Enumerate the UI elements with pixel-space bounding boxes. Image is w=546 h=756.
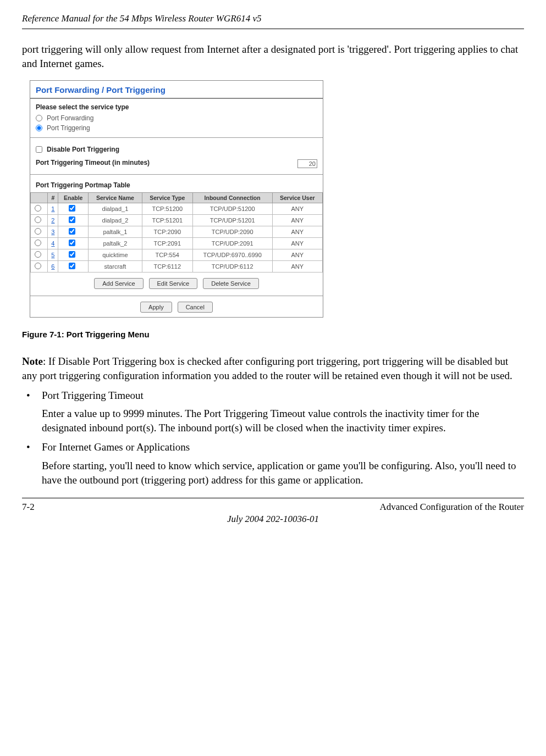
figure-caption: Figure 7-1: Port Triggering Menu: [22, 330, 524, 339]
radio-forwarding-input[interactable]: [36, 115, 42, 121]
list-item-title: Port Triggering Timeout: [42, 388, 524, 403]
add-service-button[interactable]: Add Service: [94, 278, 143, 289]
th-num: #: [48, 193, 58, 203]
row-radio[interactable]: [31, 203, 48, 215]
list-item: Port Triggering TimeoutEnter a value up …: [22, 388, 524, 435]
row-name: dialpad_1: [88, 203, 142, 215]
row-type: TCP:2090: [142, 226, 192, 238]
note-label: Note: [22, 355, 43, 367]
row-user: ANY: [272, 226, 322, 238]
row-enable[interactable]: [58, 203, 89, 215]
radio-triggering-input[interactable]: [36, 125, 42, 131]
table-row: 4paltalk_2TCP:2091TCP/UDP:2091ANY: [31, 238, 323, 249]
row-name: starcraft: [88, 261, 142, 273]
timeout-input[interactable]: [297, 159, 317, 168]
row-user: ANY: [272, 215, 322, 226]
portmap-label: Port Triggering Portmap Table: [36, 181, 317, 189]
row-enable[interactable]: [58, 238, 89, 249]
row-num-link[interactable]: 6: [51, 263, 54, 270]
row-enable-checkbox[interactable]: [69, 205, 75, 212]
row-inbound: TCP/UDP:2090: [192, 226, 272, 238]
row-type: TCP:554: [142, 249, 192, 261]
apply-button[interactable]: Apply: [140, 302, 172, 313]
row-num: 3: [48, 226, 58, 238]
row-radio[interactable]: [31, 226, 48, 238]
row-radio-input[interactable]: [35, 205, 41, 212]
table-row: 6starcraftTCP:6112TCP/UDP:6112ANY: [31, 261, 323, 273]
row-num-link[interactable]: 3: [51, 229, 54, 235]
row-user: ANY: [272, 261, 322, 273]
table-row: 5quicktimeTCP:554TCP/UDP:6970..6990ANY: [31, 249, 323, 261]
row-radio[interactable]: [31, 238, 48, 249]
row-radio[interactable]: [31, 261, 48, 273]
row-radio-input[interactable]: [35, 228, 41, 235]
list-item-body: Enter a value up to 9999 minutes. The Po…: [42, 407, 524, 435]
edit-service-button[interactable]: Edit Service: [149, 278, 198, 289]
radio-forwarding-label: Port Forwarding: [47, 114, 93, 122]
header-rule: [22, 29, 524, 29]
delete-service-button[interactable]: Delete Service: [203, 278, 259, 289]
row-name: dialpad_2: [88, 215, 142, 226]
table-row: 1dialpad_1TCP:51200TCP/UDP:51200ANY: [31, 203, 323, 215]
row-enable-checkbox[interactable]: [69, 228, 75, 235]
row-inbound: TCP/UDP:51200: [192, 203, 272, 215]
th-inbound: Inbound Connection: [192, 193, 272, 203]
bullet-list: Port Triggering TimeoutEnter a value up …: [22, 388, 524, 487]
footer-section: Advanced Configuration of the Router: [380, 502, 525, 513]
row-enable-checkbox[interactable]: [69, 263, 75, 269]
screenshot-title: Port Forwarding / Port Triggering: [30, 81, 323, 99]
row-num-link[interactable]: 2: [51, 217, 54, 224]
row-enable-checkbox[interactable]: [69, 240, 75, 246]
row-radio[interactable]: [31, 249, 48, 261]
note-block: Note: If Disable Port Triggering box is …: [22, 354, 524, 382]
screenshot: Port Forwarding / Port Triggering Please…: [30, 80, 323, 318]
row-num: 4: [48, 238, 58, 249]
footer-rule: [22, 498, 524, 498]
cancel-button[interactable]: Cancel: [178, 302, 213, 313]
th-user: Service User: [272, 193, 322, 203]
select-service-label: Please select the service type: [36, 103, 317, 111]
list-item-title: For Internet Games or Applications: [42, 440, 524, 454]
row-type: TCP:6112: [142, 261, 192, 273]
row-name: paltalk_2: [88, 238, 142, 249]
row-num-link[interactable]: 5: [51, 252, 54, 258]
row-type: TCP:2091: [142, 238, 192, 249]
th-name: Service Name: [88, 193, 142, 203]
th-enable: Enable: [58, 193, 89, 203]
list-item-body: Before starting, you'll need to know whi…: [42, 459, 524, 487]
radio-port-triggering[interactable]: Port Triggering: [36, 123, 317, 133]
row-type: TCP:51201: [142, 215, 192, 226]
row-user: ANY: [272, 238, 322, 249]
row-enable[interactable]: [58, 226, 89, 238]
disable-checkbox[interactable]: [36, 146, 42, 153]
row-num: 6: [48, 261, 58, 273]
row-num: 5: [48, 249, 58, 261]
row-type: TCP:51200: [142, 203, 192, 215]
row-radio-input[interactable]: [35, 216, 41, 223]
radio-port-forwarding[interactable]: Port Forwarding: [36, 113, 317, 123]
timeout-label: Port Triggering Timeout (in minutes): [36, 159, 150, 166]
row-enable[interactable]: [58, 249, 89, 261]
disable-port-triggering[interactable]: Disable Port Triggering: [36, 144, 317, 154]
row-enable[interactable]: [58, 261, 89, 273]
row-radio-input[interactable]: [35, 240, 41, 246]
row-radio[interactable]: [31, 215, 48, 226]
row-enable-checkbox[interactable]: [69, 216, 75, 223]
row-inbound: TCP/UDP:51201: [192, 215, 272, 226]
row-num-link[interactable]: 1: [51, 205, 54, 212]
row-name: paltalk_1: [88, 226, 142, 238]
row-radio-input[interactable]: [35, 251, 41, 258]
row-num: 1: [48, 203, 58, 215]
th-type: Service Type: [142, 193, 192, 203]
row-enable-checkbox[interactable]: [69, 251, 75, 258]
list-item: For Internet Games or ApplicationsBefore…: [22, 440, 524, 487]
row-radio-input[interactable]: [35, 263, 41, 269]
row-user: ANY: [272, 249, 322, 261]
radio-triggering-label: Port Triggering: [47, 124, 90, 132]
table-row: 3paltalk_1TCP:2090TCP/UDP:2090ANY: [31, 226, 323, 238]
footer-date: July 2004 202-10036-01: [22, 514, 524, 525]
row-inbound: TCP/UDP:6970..6990: [192, 249, 272, 261]
row-num-link[interactable]: 4: [51, 240, 54, 247]
row-enable[interactable]: [58, 215, 89, 226]
portmap-table: # Enable Service Name Service Type Inbou…: [30, 192, 323, 273]
